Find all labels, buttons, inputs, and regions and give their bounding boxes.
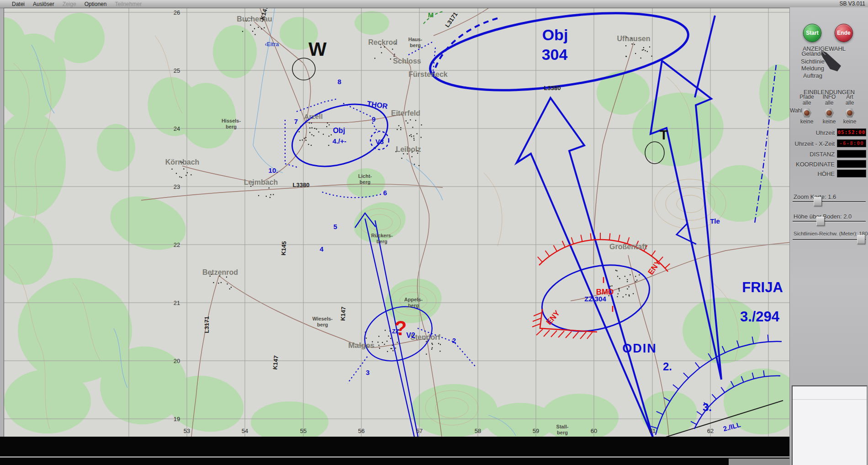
slider-value: 2.0 — [843, 213, 852, 220]
map-label: Appels-berg — [404, 297, 423, 308]
map-label: 7 — [294, 118, 298, 125]
field-label: HÖHE — [817, 171, 835, 177]
grid-row-label: 23 — [174, 183, 180, 190]
zoom-karte-slider-thumb[interactable] — [814, 197, 822, 206]
map-label: BMD — [596, 288, 614, 297]
slider-label: Sichtlinien-Reichw. (Meter): — [794, 231, 857, 236]
grid-col-label: 54 — [242, 428, 248, 434]
map-label: Eiterfeld — [391, 109, 420, 118]
map-label: 304 — [542, 46, 568, 64]
application-window: DateiAuslöserZeigeOptionenTeilnehmer SB … — [0, 0, 868, 465]
console-divider — [0, 456, 789, 458]
grid-row-label: 25 — [174, 67, 180, 74]
einblendung-column-art: Art alle keine — [839, 94, 861, 125]
field-label: Uhrzeit - X-Zeit — [795, 140, 835, 147]
field-uhrzeit-x-zeit: Uhrzeit - X-Zeit -6-8:00 — [790, 140, 868, 148]
anzeige-item-sichtlinie[interactable]: Sichtlinie — [790, 58, 836, 65]
map-label: 5 — [333, 223, 337, 230]
info-knob[interactable] — [824, 108, 834, 118]
column-keine-label: keine — [818, 119, 840, 125]
map-label: V3 — [376, 138, 384, 145]
koordinate-display — [837, 160, 866, 168]
field-label: KOORDINATE — [796, 161, 835, 168]
hoehe-ueber-boden-slider[interactable] — [793, 221, 866, 222]
map-label: 4 — [320, 245, 323, 253]
map-label: L3380 — [293, 182, 310, 188]
map-label: Buchenau — [237, 15, 272, 23]
console-bar — [0, 437, 789, 465]
map-label: Rückers-berg — [371, 233, 392, 244]
map-label: K147 — [339, 306, 347, 321]
menu-item-optionen[interactable]: Optionen — [85, 1, 107, 7]
console-gray-block — [729, 459, 789, 465]
map-label: Leibolz — [396, 145, 421, 154]
map-label: 4./+- — [333, 137, 346, 145]
start-button[interactable]: Start — [803, 24, 821, 42]
map-label: Wiesels-berg — [312, 316, 333, 327]
field-label: DISTANZ — [810, 151, 835, 158]
menu-item-datei[interactable]: Datei — [12, 1, 25, 7]
sichtlinien-reichweite-slider-thumb[interactable] — [857, 235, 865, 244]
map-canvas[interactable]: BuchenauReckrodSchlossFürsteneckArzellEi… — [4, 8, 791, 438]
pfade-knob[interactable] — [802, 108, 812, 118]
map-label: V2 — [406, 331, 415, 340]
map-label: Reckrod — [368, 38, 397, 47]
wahl-label: Wahl — [790, 107, 800, 114]
grid-col-label: 57 — [416, 428, 423, 434]
map-label: Betzenrod — [202, 268, 238, 277]
map-label: 3 — [366, 369, 370, 376]
column-keine-label: keine — [796, 119, 818, 125]
anzeige-item-auftrag[interactable]: Auftrag — [790, 72, 836, 79]
grid-row-label: 19 — [174, 416, 180, 422]
map-label: Arzell — [304, 112, 323, 120]
hoehe-ueber-boden-slider-thumb[interactable] — [816, 217, 825, 226]
menu-bar: DateiAuslöserZeigeOptionenTeilnehmer SB … — [0, 0, 868, 8]
map-label: ODIN — [622, 342, 657, 356]
art-knob[interactable] — [845, 108, 855, 118]
menu-item-auslöser[interactable]: Auslöser — [33, 1, 54, 7]
field-label: Uhrzeit — [816, 129, 835, 136]
map-label: Haus-berg — [408, 37, 423, 48]
zoom-karte-slider[interactable] — [793, 201, 866, 203]
grid-row-label: 22 — [174, 241, 180, 248]
map-terrain — [4, 8, 791, 437]
map-label: Großentaft — [609, 243, 647, 251]
ende-button[interactable]: Ende — [835, 24, 853, 42]
grid-col-label: 61 — [649, 428, 656, 434]
grid-col-label: 55 — [300, 428, 307, 434]
map-label: Obj — [333, 127, 345, 135]
map-label: 8 — [338, 78, 341, 86]
map-label: K147 — [271, 355, 280, 370]
map-label: Fürsteneck — [408, 70, 447, 79]
menu-item-zeige: Zeige — [63, 1, 76, 7]
anzeige-item-gelaende[interactable]: Gelände — [790, 50, 836, 57]
uhrzeit-display: 05:52:00 — [837, 128, 866, 136]
column-alle-label: alle — [796, 100, 818, 106]
map-label: K145 — [280, 241, 288, 256]
x-zeit-display: -6-8:00 — [837, 139, 866, 147]
map-label: Obj — [542, 26, 568, 44]
map-label: M — [428, 11, 434, 19]
grid-row-label: 21 — [174, 299, 180, 306]
column-alle-label: alle — [818, 100, 840, 106]
menu-item-teilnehmer: Teilnehmer — [115, 1, 142, 7]
grid-col-label: 53 — [184, 428, 190, 434]
map-label: ? — [395, 317, 407, 340]
slider-value: 1.6 — [828, 193, 836, 200]
grid-col-label: 58 — [475, 428, 481, 434]
column-keine-label: keine — [839, 119, 861, 125]
field-hoehe: HÖHE — [790, 171, 868, 178]
map-label: 6 — [383, 189, 387, 197]
grid-row-label: 24 — [174, 125, 180, 132]
info-panel — [792, 385, 868, 465]
menu-items: DateiAuslöserZeigeOptionenTeilnehmer — [12, 1, 150, 7]
map-label: Leimbach — [244, 178, 278, 187]
map-label: Körnbach — [165, 158, 200, 166]
control-panel: Start Ende ANZEIGEWAHL Gelände Sichtlini… — [789, 7, 868, 465]
grid-col-label: 60 — [591, 428, 597, 434]
anzeige-item-meldung[interactable]: Meldung — [790, 65, 836, 72]
map-label: Schloss — [393, 57, 421, 65]
sichtlinien-reichweite-slider[interactable] — [793, 239, 866, 241]
field-koordinate: KOORDINATE — [790, 161, 868, 168]
map-label: L3171 — [203, 316, 210, 333]
